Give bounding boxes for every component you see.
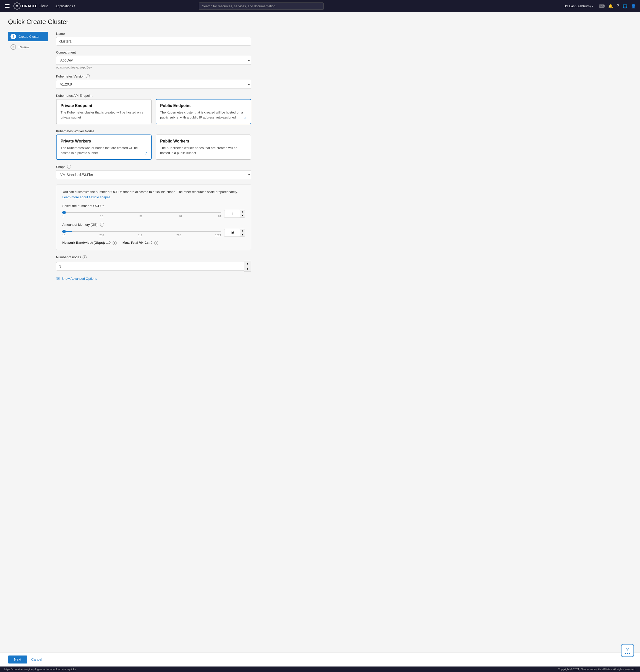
- status-copyright: Copyright © 2021, Oracle and/or its affi…: [558, 668, 636, 671]
- public-endpoint-card[interactable]: Public Endpoint The Kubernetes cluster t…: [156, 99, 251, 124]
- show-advanced-options-link[interactable]: Show Advanced Options: [56, 277, 251, 281]
- help-float-button[interactable]: ?: [621, 644, 634, 657]
- navbar: O ORACLE Cloud Applications US East (Ash…: [0, 0, 640, 12]
- memory-tick-1024: 1024: [215, 234, 221, 237]
- k8s-version-info-icon[interactable]: i: [86, 74, 90, 78]
- ocpus-description: You can customize the number of OCPUs th…: [62, 190, 245, 200]
- page-wrapper: Quick Create Cluster 1 Create Cluster 2 …: [0, 12, 640, 652]
- nodes-info-icon[interactable]: i: [83, 255, 87, 259]
- ocpus-spinner: ▲ ▼: [240, 210, 245, 218]
- private-workers-title: Private Workers: [60, 139, 147, 144]
- memory-tick-512: 512: [138, 234, 142, 237]
- ocpus-slider-label: Select the number of OCPUs: [62, 204, 245, 208]
- compartment-select[interactable]: AppDev: [56, 56, 251, 65]
- compartment-section: Compartment AppDev odax (root)/jeevan/Ap…: [56, 50, 251, 69]
- bandwidth-text: Network Bandwidth (Gbps): 1.0 i: [62, 241, 117, 245]
- ocpus-tick-48: 48: [179, 215, 182, 218]
- step-2-label: Review: [18, 45, 29, 49]
- svg-point-2: [57, 277, 57, 278]
- vnics-info-icon[interactable]: i: [154, 241, 158, 245]
- ocpus-slider[interactable]: [62, 212, 221, 213]
- memory-value-input[interactable]: 16: [224, 229, 240, 237]
- worker-nodes-label: Kubernetes Worker Nodes: [56, 129, 251, 133]
- oracle-logo-icon: O: [14, 2, 20, 10]
- nodes-increment-button[interactable]: ▲: [244, 261, 251, 266]
- worker-nodes-section: Kubernetes Worker Nodes Private Workers …: [56, 129, 251, 160]
- k8s-version-select[interactable]: v1.20.8: [56, 80, 251, 89]
- ocpus-box: You can customize the number of OCPUs th…: [56, 184, 251, 250]
- applications-button[interactable]: Applications: [54, 3, 77, 9]
- next-button[interactable]: Next: [8, 656, 27, 663]
- public-endpoint-title: Public Endpoint: [160, 104, 247, 108]
- help-float-icon: ?: [626, 647, 629, 652]
- bell-icon[interactable]: 🔔: [608, 4, 613, 9]
- oracle-brand: ORACLE: [22, 4, 38, 8]
- k8s-version-section: Kubernetes Version i v1.20.8: [56, 74, 251, 89]
- terminal-icon[interactable]: ⌨: [599, 4, 605, 9]
- step-1-badge: 1: [11, 34, 16, 39]
- compartment-hint: odax (root)/jeevan/AppDev: [56, 66, 251, 69]
- sidebar-step-create-cluster[interactable]: 1 Create Cluster: [8, 32, 48, 41]
- user-icon[interactable]: 👤: [631, 4, 636, 9]
- nodes-input-wrap: 3 ▲ ▼: [56, 261, 251, 272]
- region-selector[interactable]: US East (Ashburn): [564, 4, 593, 8]
- sidebar-step-review[interactable]: 2 Review: [8, 42, 48, 52]
- memory-ticks: 16 256 512 768 1024: [62, 234, 221, 237]
- help-icon[interactable]: ?: [617, 4, 619, 8]
- svg-point-4: [58, 278, 59, 279]
- ocpus-ticks: 1 16 32 48 64: [62, 215, 221, 218]
- ocpus-decrement-button[interactable]: ▼: [240, 214, 245, 218]
- memory-info-icon[interactable]: i: [100, 223, 104, 227]
- shape-select[interactable]: VM.Standard.E3.Flex: [56, 170, 251, 179]
- name-input[interactable]: [56, 37, 251, 45]
- memory-decrement-button[interactable]: ▼: [240, 233, 245, 237]
- form-area: Name Compartment AppDev odax (root)/jeev…: [56, 32, 251, 646]
- public-endpoint-check-icon: ✓: [244, 116, 247, 120]
- svg-text:O: O: [16, 4, 18, 8]
- advanced-options-icon: [56, 277, 60, 281]
- private-workers-desc: The Kubernetes worker nodes that are cre…: [60, 146, 147, 155]
- oracle-logo: O ORACLE Cloud: [14, 2, 48, 10]
- memory-tick-768: 768: [176, 234, 181, 237]
- shape-section: Shape i VM.Standard.E3.Flex: [56, 165, 251, 179]
- name-section: Name: [56, 32, 251, 45]
- private-endpoint-card[interactable]: Private Endpoint The Kubernetes cluster …: [56, 99, 151, 124]
- globe-icon[interactable]: 🌐: [623, 4, 627, 9]
- shape-info-icon[interactable]: i: [67, 165, 71, 169]
- public-workers-card[interactable]: Public Workers The Kubernetes worker nod…: [156, 134, 251, 160]
- ocpus-tick-16: 16: [100, 215, 103, 218]
- private-endpoint-title: Private Endpoint: [60, 104, 147, 108]
- private-workers-card[interactable]: Private Workers The Kubernetes worker no…: [56, 134, 151, 160]
- svg-point-7: [57, 279, 58, 280]
- memory-slider-row: 16 256 512 768 1024 16 ▲ ▼: [62, 229, 245, 237]
- footer-bar: Next Cancel: [0, 652, 640, 667]
- bandwidth-value-num: 1.0: [106, 241, 111, 244]
- private-endpoint-desc: The Kubernetes cluster that is created w…: [60, 110, 147, 120]
- memory-slider[interactable]: [62, 231, 221, 232]
- memory-increment-button[interactable]: ▲: [240, 229, 245, 233]
- nodes-label: Number of nodes i: [56, 255, 251, 259]
- search-input[interactable]: [199, 2, 324, 10]
- memory-spinner: ▲ ▼: [240, 229, 245, 237]
- cloud-brand: Cloud: [39, 4, 48, 8]
- ocpus-value-input[interactable]: 1: [224, 210, 240, 218]
- nodes-decrement-button[interactable]: ▼: [244, 266, 251, 272]
- compartment-label: Compartment: [56, 50, 251, 54]
- ocpus-slider-row: 1 16 32 48 64 1 ▲ ▼: [62, 210, 245, 218]
- ocpus-increment-button[interactable]: ▲: [240, 210, 245, 214]
- page-title: Quick Create Cluster: [8, 18, 632, 26]
- flexible-shapes-link[interactable]: Learn more about flexible shapes: [62, 195, 110, 199]
- nodes-section: Number of nodes i 3 ▲ ▼: [56, 255, 251, 272]
- hamburger-button[interactable]: [4, 3, 11, 9]
- bandwidth-info-icon[interactable]: i: [113, 241, 117, 245]
- nodes-input[interactable]: 3: [56, 262, 244, 270]
- vnics-text: Max. Total VNICs: 2 i: [122, 241, 158, 245]
- vnics-label: Max. Total VNICs:: [122, 241, 150, 244]
- vnics-value-num: 2: [150, 241, 152, 244]
- api-endpoint-label: Kubernetes API Endpoint: [56, 94, 251, 98]
- k8s-version-label: Kubernetes Version i: [56, 74, 251, 78]
- advanced-options-label: Show Advanced Options: [61, 277, 97, 281]
- private-workers-check-icon: ✓: [144, 151, 148, 156]
- cancel-button[interactable]: Cancel: [31, 657, 42, 661]
- memory-slider-label: Amount of Memory (GB) i: [62, 223, 245, 227]
